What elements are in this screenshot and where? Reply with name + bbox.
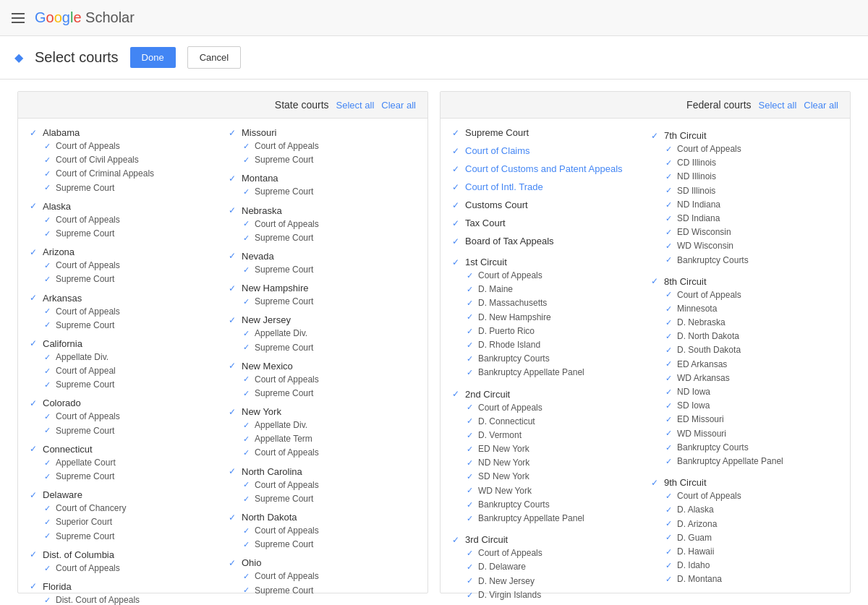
fed-sub-court[interactable]: ✓CD Illinois — [651, 156, 838, 170]
check-icon[interactable]: ✓ — [467, 270, 475, 283]
state-name[interactable]: ✓California — [30, 338, 217, 349]
sub-court[interactable]: ✓Appellate Div. — [30, 351, 217, 364]
fed-sub-court[interactable]: ✓WD Arkansas — [651, 372, 838, 385]
state-name[interactable]: ✓Missouri — [229, 127, 416, 138]
sub-court[interactable]: ✓Superior Court — [30, 515, 217, 529]
check-icon[interactable]: ✓ — [44, 305, 53, 318]
check-icon[interactable]: ✓ — [44, 214, 53, 227]
fed-sub-court[interactable]: ✓Court of Appeals — [452, 269, 639, 283]
check-icon[interactable]: ✓ — [452, 389, 462, 399]
fed-sub-court[interactable]: ✓ND Illinois — [651, 170, 838, 184]
sub-court[interactable]: ✓Court of Appeals — [229, 570, 416, 583]
check-icon[interactable]: ✓ — [44, 530, 53, 543]
check-icon[interactable]: ✓ — [44, 471, 53, 484]
check-icon[interactable]: ✓ — [452, 257, 462, 267]
check-icon[interactable]: ✓ — [665, 303, 674, 316]
federal-select-all-button[interactable]: Select all — [759, 100, 797, 111]
check-icon[interactable]: ✓ — [665, 386, 674, 399]
check-icon[interactable]: ✓ — [467, 484, 475, 497]
circuit-header[interactable]: ✓2nd Circuit — [452, 389, 639, 400]
check-icon[interactable]: ✓ — [651, 478, 661, 488]
fed-sub-court[interactable]: ✓ED Wisconsin — [651, 226, 838, 239]
check-icon[interactable]: ✓ — [44, 259, 53, 273]
check-icon[interactable]: ✓ — [30, 201, 40, 211]
state-name[interactable]: ✓Alabama — [30, 127, 217, 138]
sub-court[interactable]: ✓Appellate Div. — [229, 327, 416, 340]
fed-main-item[interactable]: ✓Tax Court — [452, 218, 639, 228]
fed-sub-court[interactable]: ✓ND Iowa — [651, 385, 838, 399]
check-icon[interactable]: ✓ — [665, 213, 674, 226]
fed-sub-court[interactable]: ✓D. Alaska — [651, 503, 838, 517]
cancel-button[interactable]: Cancel — [187, 46, 241, 69]
fed-sub-court[interactable]: ✓ED Missouri — [651, 413, 838, 426]
check-icon[interactable]: ✓ — [243, 433, 252, 446]
fed-main-item[interactable]: ✓Customs Court — [452, 199, 639, 210]
sub-court[interactable]: ✓Supreme Court — [30, 181, 217, 195]
state-name[interactable]: ✓New Mexico — [229, 361, 416, 372]
check-icon[interactable]: ✓ — [452, 128, 462, 138]
sub-court[interactable]: ✓Court of Appeals — [229, 218, 416, 231]
fed-sub-court[interactable]: ✓WD New York — [452, 484, 639, 498]
check-icon[interactable]: ✓ — [467, 429, 475, 442]
check-icon[interactable]: ✓ — [651, 276, 661, 286]
fed-sub-court[interactable]: ✓Court of Appeals — [452, 401, 639, 415]
sub-court[interactable]: ✓Supreme Court — [30, 530, 217, 544]
state-name[interactable]: ✓New Hampshire — [229, 283, 416, 293]
check-icon[interactable]: ✓ — [467, 443, 475, 456]
sub-court[interactable]: ✓Supreme Court — [30, 378, 217, 392]
check-icon[interactable]: ✓ — [243, 296, 252, 309]
check-icon[interactable]: ✓ — [243, 341, 252, 354]
state-name[interactable]: ✓North Dakota — [229, 512, 416, 523]
check-icon[interactable]: ✓ — [665, 573, 674, 586]
check-icon[interactable]: ✓ — [665, 413, 674, 426]
fed-sub-court[interactable]: ✓ND Indiana — [651, 198, 838, 212]
check-icon[interactable]: ✓ — [229, 283, 239, 293]
check-icon[interactable]: ✓ — [467, 401, 475, 414]
sub-court[interactable]: ✓Court of Criminal Appeals — [30, 167, 217, 181]
check-icon[interactable]: ✓ — [44, 562, 53, 575]
sub-court[interactable]: ✓Supreme Court — [30, 227, 217, 241]
check-icon[interactable]: ✓ — [665, 317, 674, 330]
check-icon[interactable]: ✓ — [30, 549, 40, 559]
check-icon[interactable]: ✓ — [229, 407, 239, 417]
check-icon[interactable]: ✓ — [44, 273, 53, 286]
circuit-header[interactable]: ✓7th Circuit — [651, 130, 838, 141]
fed-main-item[interactable]: ✓Board of Tax Appeals — [452, 236, 639, 246]
fed-sub-court[interactable]: ✓D. South Dakota — [651, 343, 838, 357]
check-icon[interactable]: ✓ — [243, 140, 252, 153]
fed-sub-court[interactable]: ✓Court of Appeals — [452, 546, 639, 560]
state-name[interactable]: ✓Ohio — [229, 557, 416, 568]
check-icon[interactable]: ✓ — [30, 128, 40, 138]
sub-court[interactable]: ✓Supreme Court — [229, 153, 416, 167]
check-icon[interactable]: ✓ — [229, 558, 239, 568]
fed-sub-court[interactable]: ✓D. Rhode Island — [452, 338, 639, 352]
sub-court[interactable]: ✓Court of Appeals — [30, 305, 217, 319]
check-icon[interactable]: ✓ — [665, 240, 674, 253]
check-icon[interactable]: ✓ — [467, 339, 475, 352]
check-icon[interactable]: ✓ — [665, 546, 674, 559]
check-icon[interactable]: ✓ — [665, 171, 674, 184]
fed-main-item[interactable]: ✓Supreme Court — [452, 127, 639, 138]
state-name[interactable]: ✓Colorado — [30, 398, 217, 408]
fed-sub-court[interactable]: ✓ED Arkansas — [651, 358, 838, 372]
check-icon[interactable]: ✓ — [467, 499, 475, 512]
fed-sub-court[interactable]: ✓D. Hawaii — [651, 545, 838, 559]
fed-sub-court[interactable]: ✓Court of Appeals — [651, 288, 838, 302]
check-icon[interactable]: ✓ — [665, 490, 674, 503]
check-icon[interactable]: ✓ — [651, 131, 661, 141]
check-icon[interactable]: ✓ — [44, 411, 53, 424]
check-icon[interactable]: ✓ — [665, 143, 674, 156]
sub-court[interactable]: ✓Supreme Court — [30, 319, 217, 332]
state-name[interactable]: ✓Arizona — [30, 246, 217, 257]
check-icon[interactable]: ✓ — [229, 251, 239, 261]
fed-sub-court[interactable]: ✓WD Wisconsin — [651, 239, 838, 253]
check-icon[interactable]: ✓ — [44, 365, 53, 378]
check-icon[interactable]: ✓ — [30, 444, 40, 454]
sub-court[interactable]: ✓Supreme Court — [30, 273, 217, 286]
state-name[interactable]: ✓Delaware — [30, 489, 217, 500]
check-icon[interactable]: ✓ — [229, 128, 239, 138]
sub-court[interactable]: ✓Appellate Court — [30, 456, 217, 470]
check-icon[interactable]: ✓ — [665, 518, 674, 531]
state-name[interactable]: ✓Montana — [229, 173, 416, 184]
fed-sub-court[interactable]: ✓ED New York — [452, 442, 639, 456]
